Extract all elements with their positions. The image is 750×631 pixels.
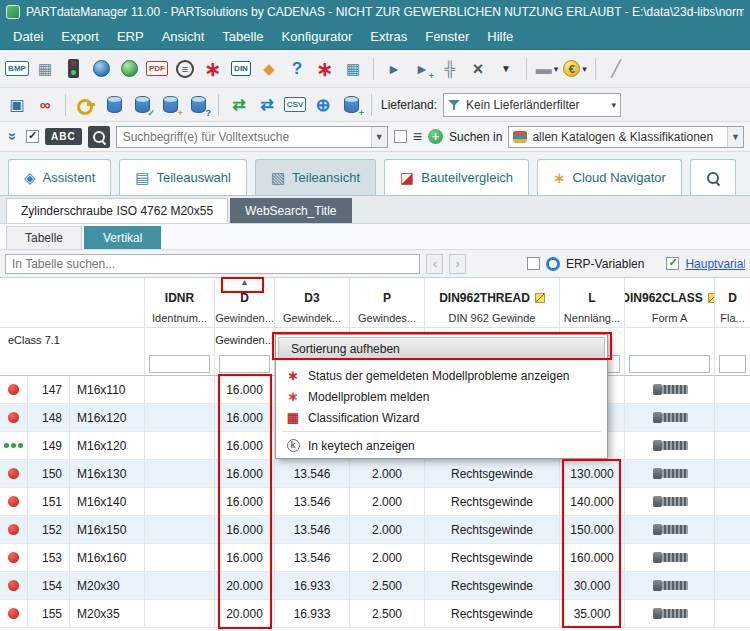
bmp-export-icon[interactable]: BMP xyxy=(4,56,30,82)
menu-item-konfigurator[interactable]: Konfigurator xyxy=(273,25,362,48)
view-tab-vertikal[interactable]: Vertikal xyxy=(84,226,161,249)
menu-item-hilfe[interactable]: Hilfe xyxy=(478,25,522,48)
database-question-icon[interactable]: ? xyxy=(185,92,211,118)
column-header-idnr[interactable]: IDNR xyxy=(145,278,215,308)
menu-item[interactable]: ∗Modellproblem melden xyxy=(278,386,605,407)
hauptvariablen-link[interactable]: Hauptvariab xyxy=(685,257,745,271)
globe-target-icon[interactable]: ⊕ xyxy=(310,92,336,118)
layers-icon[interactable]: ≡ xyxy=(413,129,422,145)
globe-icon[interactable] xyxy=(88,56,114,82)
tab-assistent[interactable]: ◈Assistent xyxy=(8,159,111,195)
report-problem-icon[interactable]: ∗ xyxy=(312,56,338,82)
collapse-chevrons-icon[interactable]: » xyxy=(5,130,22,144)
hauptvariablen-checkbox[interactable] xyxy=(666,257,679,270)
chevron-down-icon[interactable]: ▼ xyxy=(727,127,743,147)
database-add-icon[interactable]: + xyxy=(338,92,364,118)
machine-icon[interactable]: ▦ xyxy=(32,56,58,82)
menu-item-extras[interactable]: Extras xyxy=(361,25,416,48)
sync-alt-icon[interactable]: ⇄ xyxy=(254,92,280,118)
tab-teileansicht[interactable]: ▧Teileansicht xyxy=(255,159,376,195)
document-tab[interactable]: Zylinderschraube ISO 4762 M20x55 xyxy=(6,198,228,223)
tab-teileauswahl[interactable]: ▤Teileauswahl xyxy=(119,159,247,195)
erp-variablen-checkbox[interactable] xyxy=(527,257,540,270)
lieferland-dropdown[interactable]: Kein Lieferländerfilter ▾ xyxy=(443,93,621,117)
window-layout-icon[interactable]: ▣ xyxy=(4,92,30,118)
table-row[interactable]: 155M20x3520.00016.9332.500Rechtsgewinde3… xyxy=(0,600,750,628)
abc-spellcheck-button[interactable]: ABC xyxy=(45,128,82,145)
menu-item-fenster[interactable]: Fenster xyxy=(416,25,478,48)
table-row[interactable]: 154M20x3020.00016.9332.500Rechtsgewinde3… xyxy=(0,572,750,600)
view-tab-tabelle[interactable]: Tabelle xyxy=(6,226,82,249)
lathe-icon[interactable]: ▬▾ xyxy=(534,56,560,82)
euro-coin-shape: € xyxy=(563,60,580,77)
column-header-d[interactable]: ▴D xyxy=(215,278,275,308)
column-header-din962class[interactable]: DIN962CLASS xyxy=(625,278,715,308)
toolbar-dropdown-icon[interactable]: ▼ xyxy=(493,56,519,82)
column-header-l[interactable]: L xyxy=(560,278,625,308)
prev-result-button[interactable]: ‹ xyxy=(426,254,443,274)
key-icon[interactable] xyxy=(73,92,99,118)
csv-export-icon[interactable]: CSV xyxy=(282,92,308,118)
table-search-input[interactable] xyxy=(5,254,420,274)
traffic-light-icon[interactable] xyxy=(60,56,86,82)
wrench-icon[interactable]: ╱ xyxy=(603,56,629,82)
database-edit-icon[interactable]: + xyxy=(157,92,183,118)
link-icon[interactable]: ∞ xyxy=(32,92,58,118)
table-tools-icon[interactable]: ▦ xyxy=(340,56,366,82)
menu-item[interactable]: Sortierung aufheben xyxy=(278,337,605,360)
column-header-p[interactable]: P xyxy=(350,278,425,308)
structure-icon[interactable]: ╬ xyxy=(437,56,463,82)
table-row[interactable]: 150M16x13016.00013.5462.000Rechtsgewinde… xyxy=(0,460,750,488)
tab-search[interactable] xyxy=(690,159,736,195)
menu-item[interactable]: ▦Classification Wizard xyxy=(278,407,605,428)
menu-item-export[interactable]: Export xyxy=(52,25,108,48)
column-header-d3[interactable]: D3 xyxy=(275,278,350,308)
list-circle-icon[interactable]: ≡ xyxy=(172,56,198,82)
icon-glyph: ▦ xyxy=(346,61,360,76)
document-tab[interactable]: WebSearch_Title xyxy=(230,198,351,223)
help-icon[interactable]: ? xyxy=(284,56,310,82)
table-row[interactable]: 153M16x16016.00013.5462.000Rechtsgewinde… xyxy=(0,544,750,572)
filter-input-din962class[interactable] xyxy=(629,355,710,373)
fulltext-search-input[interactable] xyxy=(117,130,371,144)
pdf-export-icon[interactable]: PDF xyxy=(144,56,170,82)
catalog-scope-dropdown[interactable]: allen Katalogen & Klassifikationen ▼ xyxy=(508,126,744,148)
tab-cloud-navigator[interactable]: ∗Cloud Navigator xyxy=(537,159,682,195)
model-problem-status-icon[interactable]: ∗ xyxy=(200,56,226,82)
menu-item-erp[interactable]: ERP xyxy=(108,25,153,48)
filter-input-idnr[interactable] xyxy=(149,355,210,373)
cell-d2 xyxy=(715,544,750,572)
menu-item-datei[interactable]: Datei xyxy=(4,25,52,48)
globe-green-icon[interactable] xyxy=(116,56,142,82)
filter-input-d2[interactable] xyxy=(719,355,746,373)
menu-icon-glyph: ∗ xyxy=(288,369,299,382)
filter-cell xyxy=(145,352,215,376)
menu-item[interactable]: kIn keytech anzeigen xyxy=(278,435,605,456)
pointer-3d-icon[interactable]: ► xyxy=(381,56,407,82)
icon-glyph: ▦ xyxy=(38,61,52,76)
sync-icon[interactable]: ⇄ xyxy=(226,92,252,118)
menu-item[interactable]: ∗Status der gemeldeten Modellprobleme an… xyxy=(278,365,605,386)
menu-item-tabelle[interactable]: Tabelle xyxy=(213,25,272,48)
price-calc-icon[interactable]: €▾ xyxy=(562,56,588,82)
database-check-icon[interactable]: ✓ xyxy=(129,92,155,118)
pointer-add-icon[interactable]: ►+ xyxy=(409,56,435,82)
din-norm-icon[interactable]: DIN xyxy=(228,56,254,82)
fulltext-search-combo[interactable]: ▼ xyxy=(116,126,388,148)
menu-item-ansicht[interactable]: Ansicht xyxy=(153,25,214,48)
tab-bauteilvergleich[interactable]: ◪Bauteilvergleich xyxy=(384,159,529,195)
search-options-button[interactable] xyxy=(88,126,110,148)
chevron-down-icon[interactable]: ▼ xyxy=(371,127,387,147)
table-row[interactable]: 151M16x14016.00013.5462.000Rechtsgewinde… xyxy=(0,488,750,516)
shield-icon[interactable]: ◆ xyxy=(256,56,282,82)
filter-input-d[interactable] xyxy=(219,355,270,373)
database-icon[interactable] xyxy=(101,92,127,118)
column-header-din962thread[interactable]: DIN962THREAD xyxy=(425,278,560,308)
fulltext-search-checkbox[interactable] xyxy=(26,130,39,143)
table-row[interactable]: 152M16x15016.00013.5462.000Rechtsgewinde… xyxy=(0,516,750,544)
add-search-scope-icon[interactable]: + xyxy=(428,129,443,144)
column-header-d2[interactable]: D xyxy=(715,278,750,308)
delete-tool-icon[interactable]: × xyxy=(465,56,491,82)
search-option-checkbox[interactable] xyxy=(394,130,407,143)
next-result-button[interactable]: › xyxy=(449,254,466,274)
